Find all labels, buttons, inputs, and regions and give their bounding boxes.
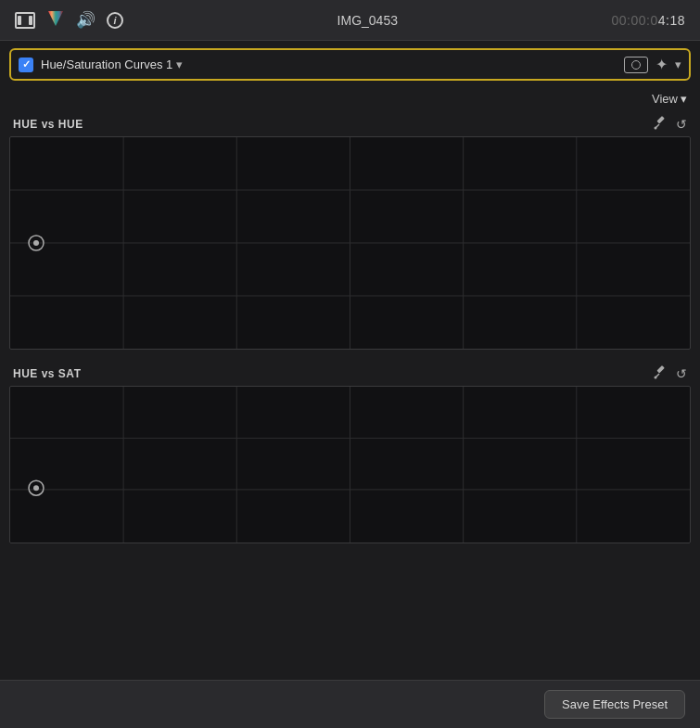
effect-enabled-checkbox[interactable] <box>19 57 33 72</box>
eyedropper-icon-hue-hue[interactable] <box>654 115 668 133</box>
effect-row: Hue/Saturation Curves 1 ▾ ✦ ▾ <box>9 48 691 81</box>
hue-vs-sat-actions: ↺ <box>654 364 687 382</box>
mask-icon[interactable] <box>624 57 648 73</box>
color-icon[interactable] <box>46 9 65 31</box>
magic-icon[interactable]: ✦ <box>655 56 668 73</box>
effect-name: Hue/Saturation Curves 1 ▾ <box>41 57 617 71</box>
effect-dropdown-chevron[interactable]: ▾ <box>176 57 183 71</box>
dropdown-chevron-icon[interactable]: ▾ <box>675 57 681 71</box>
hue-vs-sat-svg <box>10 387 690 543</box>
audio-icon[interactable]: 🔊 <box>76 10 95 30</box>
hue-vs-sat-title: HUE vs SAT <box>13 367 81 380</box>
svg-point-3 <box>655 127 657 130</box>
svg-marker-0 <box>48 11 63 26</box>
svg-rect-14 <box>656 365 664 373</box>
save-effects-preset-button[interactable]: Save Effects Preset <box>544 690 685 719</box>
view-button[interactable]: View ▾ <box>652 92 687 106</box>
hue-vs-hue-header: HUE vs HUE ↺ <box>9 109 691 136</box>
film-icon[interactable] <box>15 12 35 29</box>
svg-point-13 <box>33 240 39 246</box>
info-icon[interactable]: i <box>107 12 123 29</box>
file-name: IMG_0453 <box>337 13 398 28</box>
reset-icon-hue-sat[interactable]: ↺ <box>676 366 687 381</box>
timecode-prefix: 00:00:0 <box>612 13 658 28</box>
top-bar-left: 🔊 i <box>15 9 123 31</box>
hue-vs-hue-title: HUE vs HUE <box>13 118 83 131</box>
reset-icon-hue-hue[interactable]: ↺ <box>676 117 687 132</box>
effect-actions: ✦ ▾ <box>624 56 681 73</box>
svg-point-25 <box>33 485 39 491</box>
top-bar: 🔊 i IMG_0453 00:00:04:18 <box>0 0 700 41</box>
eyedropper-icon-hue-sat[interactable] <box>654 364 668 382</box>
timecode: 00:00:04:18 <box>612 13 685 28</box>
bottom-bar: Save Effects Preset <box>0 680 700 728</box>
hue-vs-hue-graph[interactable] <box>9 136 691 350</box>
hue-vs-hue-actions: ↺ <box>654 115 687 133</box>
hue-vs-hue-svg <box>10 137 690 349</box>
view-row: View ▾ <box>0 88 700 109</box>
svg-rect-1 <box>656 116 664 123</box>
view-label: View <box>652 92 678 106</box>
hue-vs-sat-header: HUE vs SAT ↺ <box>9 359 691 386</box>
timecode-highlight: 4:18 <box>658 13 685 28</box>
effect-name-label: Hue/Saturation Curves 1 <box>41 57 172 71</box>
hue-vs-hue-section: HUE vs HUE ↺ <box>9 109 691 350</box>
svg-point-16 <box>655 377 657 379</box>
hue-vs-sat-graph[interactable] <box>9 386 691 543</box>
view-chevron: ▾ <box>681 92 687 106</box>
hue-vs-sat-section: HUE vs SAT ↺ <box>9 359 691 543</box>
